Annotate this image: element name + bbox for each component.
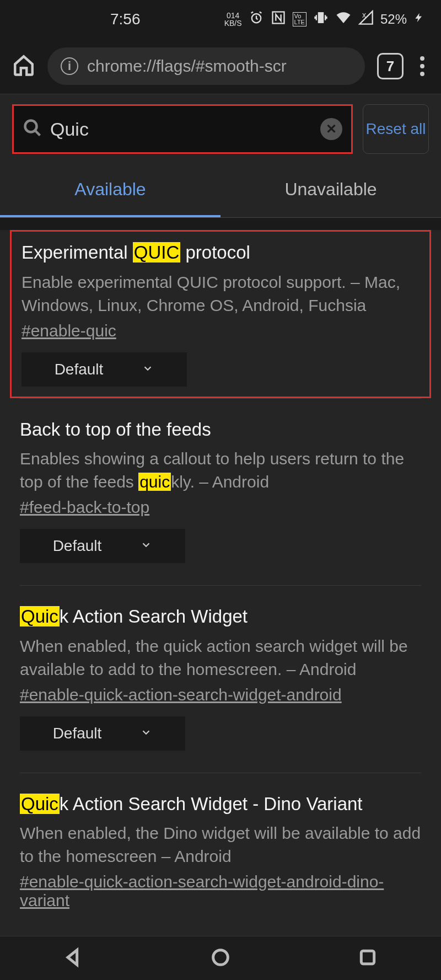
flag-description: Enables showing a callout to help users … [20, 447, 421, 494]
volte-icon: VoLTE [293, 12, 306, 26]
nav-recent-icon[interactable] [357, 946, 379, 971]
reset-all-button[interactable]: Reset all [363, 104, 429, 154]
flag-dropdown[interactable]: Default [20, 529, 185, 563]
clear-search-icon[interactable]: ✕ [320, 118, 342, 140]
nav-home-icon[interactable] [209, 946, 232, 971]
search-box[interactable]: ✕ [12, 104, 353, 154]
search-input[interactable] [50, 119, 313, 140]
site-info-icon[interactable]: i [61, 57, 78, 75]
search-area: ✕ Reset all [0, 94, 441, 164]
flag-item: Experimental QUIC protocol Enable experi… [10, 230, 431, 398]
svg-rect-6 [361, 951, 374, 963]
kbps-value: 014 [224, 12, 242, 19]
kbps-indicator: 014 KB/S [224, 12, 242, 27]
flag-description: When enabled, the Dino widget will be av… [20, 822, 421, 868]
flags-list: Experimental QUIC protocol Enable experi… [0, 230, 441, 944]
svg-text:x: x [362, 10, 366, 19]
kbps-label: KB/S [224, 19, 242, 27]
chevron-down-icon [140, 725, 152, 742]
wifi-icon [335, 9, 352, 29]
signal-icon: x [358, 10, 374, 29]
battery-text: 52% [380, 12, 407, 27]
flag-item: Quick Action Search Widget - Dino Varian… [20, 773, 421, 945]
search-icon [23, 118, 42, 140]
svg-rect-2 [318, 13, 323, 23]
dropdown-value: Default [55, 361, 104, 378]
charging-icon [413, 10, 424, 29]
flag-title: Quick Action Search Widget [20, 604, 421, 629]
flag-dropdown[interactable]: Default [20, 716, 185, 751]
chevron-down-icon [142, 361, 154, 378]
flag-hash-link[interactable]: #enable-quic [21, 322, 116, 340]
flag-title: Quick Action Search Widget - Dino Varian… [20, 792, 421, 817]
url-text: chrome://flags/#smooth-scr [87, 57, 287, 76]
nav-back-icon[interactable] [62, 946, 84, 971]
tab-row: Available Unavailable [0, 164, 441, 218]
home-icon[interactable] [12, 53, 35, 79]
alarm-icon [249, 10, 264, 29]
status-time: 7:56 [110, 10, 141, 28]
flag-title: Back to top of the feeds [20, 417, 421, 442]
flag-hash-link[interactable]: #enable-quick-action-search-widget-andro… [20, 686, 342, 704]
flag-item: Back to top of the feeds Enables showing… [20, 398, 421, 586]
more-menu-icon[interactable] [416, 56, 429, 76]
browser-toolbar: i chrome://flags/#smooth-scr 7 [0, 39, 441, 94]
tab-available[interactable]: Available [0, 164, 220, 217]
dropdown-value: Default [53, 537, 102, 555]
status-icons: 014 KB/S VoLTE x 52% [224, 9, 424, 29]
android-nav-bar [0, 936, 441, 980]
flag-hash-link[interactable]: #enable-quick-action-search-widget-andro… [20, 872, 421, 910]
dropdown-value: Default [53, 725, 102, 742]
flag-title: Experimental QUIC protocol [21, 240, 420, 265]
chevron-down-icon [140, 537, 152, 555]
flag-hash-link[interactable]: #feed-back-to-top [20, 498, 149, 517]
nfc-icon [271, 10, 286, 29]
svg-point-5 [213, 950, 228, 965]
flag-item: Quick Action Search Widget When enabled,… [20, 585, 421, 773]
tab-switcher[interactable]: 7 [377, 53, 404, 79]
flag-dropdown[interactable]: Default [21, 352, 187, 387]
address-bar[interactable]: i chrome://flags/#smooth-scr [47, 47, 365, 85]
svg-point-4 [25, 121, 37, 132]
tab-unavailable[interactable]: Unavailable [220, 164, 441, 217]
vibrate-icon [313, 10, 329, 29]
status-bar: 7:56 014 KB/S VoLTE x 52% [0, 0, 441, 39]
flag-description: Enable experimental QUIC protocol suppor… [21, 271, 420, 317]
flag-description: When enabled, the quick action search wi… [20, 635, 421, 681]
